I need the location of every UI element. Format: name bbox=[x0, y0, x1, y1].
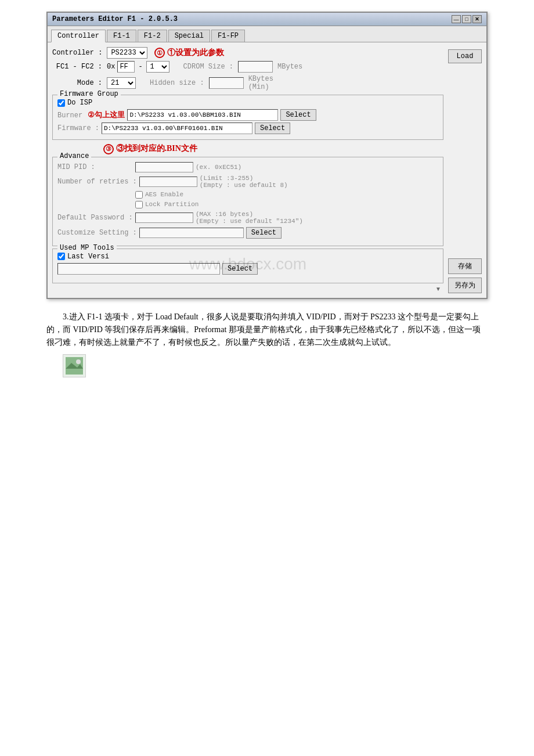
cdrom-label: CDROM Size : bbox=[183, 63, 233, 71]
saveas-button[interactable]: 另存为 bbox=[448, 278, 482, 293]
thumbnail-icon bbox=[66, 357, 83, 375]
last-versi-checkbox[interactable] bbox=[57, 253, 65, 260]
scroll-arrow: ▼ bbox=[435, 286, 441, 292]
save-button[interactable]: 存储 bbox=[448, 258, 482, 274]
mode-select[interactable]: 21 bbox=[107, 77, 136, 89]
customize-select-button[interactable]: Select bbox=[246, 227, 282, 239]
burner-label: Burner ②勾上这里 bbox=[57, 110, 125, 120]
fc1fc2-row: FC1 - FC2 : 0x - 1 CDROM Size : MBytes bbox=[52, 61, 443, 73]
spacer bbox=[448, 67, 482, 255]
firmware-select-button[interactable]: Select bbox=[255, 123, 290, 134]
do-isp-checkbox[interactable] bbox=[57, 99, 65, 107]
do-isp-row: Do ISP bbox=[57, 99, 438, 107]
mid-pid-row: MID PID : (ex. 0xEC51) bbox=[57, 162, 438, 172]
annotation3-text: ③找到对应的.BIN文件 bbox=[116, 144, 197, 153]
password-hint2: (Empty : use default "1234") bbox=[196, 218, 303, 225]
lock-checkbox[interactable] bbox=[135, 201, 143, 208]
tab-f1-1[interactable]: F1-1 bbox=[107, 30, 136, 42]
aes-checkbox[interactable] bbox=[135, 191, 143, 199]
mp-tools-group: Used MP Tools Last Versi Select www.bdoc… bbox=[52, 249, 443, 283]
annotation1: ① ①设置为此参数 bbox=[154, 48, 224, 59]
annotation2-text: ②勾上这里 bbox=[88, 111, 125, 120]
retries-hints: (Limit :3-255) (Empty : use default 8) bbox=[200, 175, 288, 189]
fc2-select[interactable]: 1 bbox=[146, 61, 169, 73]
fc-separator: - bbox=[138, 63, 142, 71]
burner-path-input[interactable] bbox=[127, 109, 278, 121]
mid-pid-label: MID PID : bbox=[57, 163, 133, 171]
fc1-prefix: 0x bbox=[107, 63, 115, 71]
firmware-group: Firmware Group Do ISP Burner ②勾上这里 Selec… bbox=[52, 95, 443, 140]
burner-select-button[interactable]: Select bbox=[280, 109, 316, 121]
window-title: Parameters Editor F1 - 2.0.5.3 bbox=[52, 15, 178, 23]
controller-row: Controller : PS2233 ① ①设置为此参数 bbox=[52, 47, 443, 59]
customize-input[interactable] bbox=[139, 228, 244, 238]
title-bar-buttons: — □ ✕ bbox=[452, 15, 482, 23]
hidden-unit: KBytes bbox=[248, 75, 273, 83]
advance-title: Advance bbox=[57, 152, 91, 160]
tab-f1-fp[interactable]: F1-FP bbox=[211, 30, 245, 42]
advance-group: Advance MID PID : (ex. 0xEC51) Number of… bbox=[52, 157, 443, 246]
mp-file-row: Select bbox=[57, 263, 438, 275]
password-label: Default Password : bbox=[57, 214, 133, 222]
password-hints: (MAX :16 bytes) (Empty : use default "12… bbox=[196, 211, 303, 225]
lock-label: Lock Partition bbox=[145, 201, 199, 208]
image-thumbnail bbox=[63, 354, 86, 377]
cdrom-unit: MBytes bbox=[277, 63, 302, 71]
restore-button[interactable]: □ bbox=[462, 15, 471, 23]
retries-row: Number of retries : (Limit :3-255) (Empt… bbox=[57, 175, 438, 189]
annotation3: ③ ③找到对应的.BIN文件 bbox=[103, 144, 197, 153]
main-content: Controller : PS2233 ① ①设置为此参数 FC1 - FC2 … bbox=[48, 42, 486, 298]
annotation1-text: ①设置为此参数 bbox=[167, 48, 224, 57]
burner-row: Burner ②勾上这里 Select bbox=[57, 109, 438, 121]
load-button[interactable]: Load bbox=[448, 49, 482, 63]
aes-label: AES Enable bbox=[145, 191, 183, 198]
aes-row: AES Enable bbox=[57, 191, 438, 199]
scrollbar-hint: ▼ bbox=[52, 286, 443, 293]
customize-label: Customize Setting : bbox=[57, 229, 137, 237]
controller-select[interactable]: PS2233 bbox=[107, 47, 147, 59]
window-inner: Controller : PS2233 ① ①设置为此参数 FC1 - FC2 … bbox=[48, 42, 486, 298]
hidden-unit2: (Min) bbox=[248, 83, 273, 91]
left-panel: Controller : PS2233 ① ①设置为此参数 FC1 - FC2 … bbox=[52, 47, 443, 293]
controller-label: Controller : bbox=[52, 49, 104, 57]
annotation3-row: ③ ③找到对应的.BIN文件 bbox=[99, 143, 443, 154]
tab-bar: Controller F1-1 F1-2 Special F1-FP bbox=[48, 26, 486, 42]
mid-pid-input[interactable] bbox=[135, 162, 193, 172]
circle-1: ① bbox=[154, 48, 165, 58]
password-row: Default Password : (MAX :16 bytes) (Empt… bbox=[57, 211, 438, 225]
retries-label: Number of retries : bbox=[57, 178, 137, 186]
last-versi-label: Last Versi bbox=[67, 253, 109, 261]
minimize-button[interactable]: — bbox=[452, 15, 461, 23]
title-bar: Parameters Editor F1 - 2.0.5.3 — □ ✕ bbox=[48, 13, 486, 26]
tab-special[interactable]: Special bbox=[168, 30, 210, 42]
close-button[interactable]: ✕ bbox=[472, 15, 482, 23]
paragraph1: 3.进入 F1-1 选项卡，对于 Load Default，很多人说是要取消勾并… bbox=[46, 311, 488, 350]
retries-hint2: (Empty : use default 8) bbox=[200, 182, 288, 189]
hidden-section: Hidden size : KBytes (Min) bbox=[150, 75, 273, 91]
password-input[interactable] bbox=[135, 213, 193, 223]
do-isp-label: Do ISP bbox=[67, 99, 92, 107]
hidden-input[interactable] bbox=[209, 77, 244, 89]
lock-row: Lock Partition bbox=[57, 201, 438, 208]
fc1-input[interactable] bbox=[117, 61, 135, 73]
svg-point-2 bbox=[76, 359, 81, 364]
last-versi-row: Last Versi bbox=[57, 253, 438, 261]
hidden-label: Hidden size : bbox=[150, 79, 204, 87]
circle-3: ③ bbox=[103, 144, 114, 154]
retries-hint: (Limit :3-255) bbox=[200, 175, 288, 182]
cdrom-section: CDROM Size : MBytes bbox=[183, 61, 303, 73]
tab-controller[interactable]: Controller bbox=[51, 30, 106, 42]
retries-input[interactable] bbox=[139, 177, 197, 187]
password-hint: (MAX :16 bytes) bbox=[196, 211, 303, 218]
mp-path-input[interactable] bbox=[57, 263, 220, 275]
tab-f1-2[interactable]: F1-2 bbox=[138, 30, 167, 42]
main-window: Parameters Editor F1 - 2.0.5.3 — □ ✕ Con… bbox=[46, 12, 488, 299]
cdrom-input[interactable] bbox=[238, 61, 273, 73]
mp-tools-title: Used MP Tools bbox=[57, 244, 117, 252]
mid-pid-hint: (ex. 0xEC51) bbox=[196, 164, 241, 171]
mp-select-button[interactable]: Select bbox=[222, 263, 258, 275]
fc1fc2-label: FC1 - FC2 : bbox=[52, 63, 104, 71]
firmware-path-input[interactable] bbox=[102, 123, 252, 134]
customize-row: Customize Setting : Select bbox=[57, 227, 438, 239]
text-body: 3.进入 F1-1 选项卡，对于 Load Default，很多人说是要取消勾并… bbox=[46, 311, 488, 377]
